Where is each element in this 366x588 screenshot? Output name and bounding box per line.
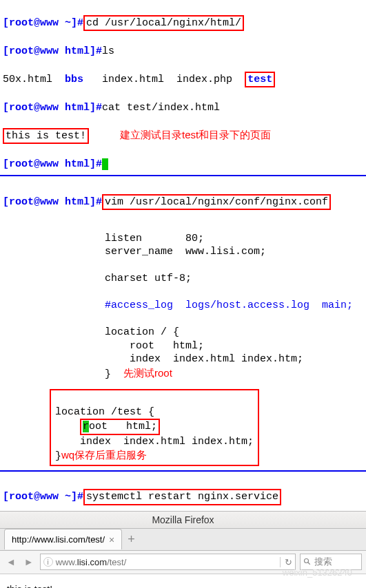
back-button[interactable]: ◄ — [4, 556, 18, 567]
firefox-titlebar: Mozilla Firefox — [0, 511, 366, 529]
terminal-block-3: [root@www ~]#systemctl restart nginx.ser… — [0, 474, 366, 507]
annotation: 先测试root — [123, 367, 172, 379]
reload-button[interactable]: ↻ — [280, 557, 292, 567]
divider — [0, 470, 366, 472]
cmd-vim: vim /usr/local/nginx/conf/nginx.conf — [102, 194, 331, 211]
ls-file: index.html — [102, 74, 164, 85]
page-body-text: this is test! — [7, 584, 52, 589]
url-text: www.lisi.com/test/ — [56, 557, 280, 567]
conf-line: location /test { — [55, 406, 154, 418]
tab-title: http://www.lisi.com/test/ — [12, 534, 105, 545]
conf-line: root html; — [55, 340, 204, 352]
svg-line-1 — [308, 563, 310, 565]
conf-line: charset utf-8; — [55, 273, 192, 284]
ls-dir-test: test — [245, 72, 275, 88]
prompt: [root@www html]# — [3, 102, 102, 114]
ls-file: 50x.html — [3, 74, 52, 85]
nginx-conf: listen 80; server_name www.lisi.com; cha… — [0, 218, 366, 381]
url-bar[interactable]: i www.lisi.com/test/ ↻ — [40, 554, 296, 570]
terminal-block-2: [root@www html]#vim /usr/local/nginx/con… — [0, 179, 366, 211]
search-placeholder: 搜索 — [314, 556, 332, 568]
conf-line: location / { — [55, 326, 179, 338]
window-title: Mozilla Firefox — [152, 514, 214, 525]
conf-comment: #access_log logs/host.access.log main; — [55, 300, 353, 311]
root-directive-box: root html; — [80, 419, 160, 435]
cat-output: this is test! — [3, 128, 89, 145]
conf-line: index index.html index.htm; — [55, 436, 254, 448]
svg-point-0 — [305, 559, 309, 563]
new-tab-button[interactable]: + — [122, 532, 141, 547]
prompt: [root@www html]# — [3, 158, 102, 170]
prompt: [root@www ~]# — [3, 17, 83, 29]
cmd-ls: ls — [102, 45, 114, 57]
conf-line: listen 80; — [55, 233, 204, 244]
ls-file: index.php — [176, 74, 232, 85]
cursor-icon: r — [83, 421, 89, 432]
conf-line: } — [55, 450, 61, 462]
divider — [0, 175, 366, 176]
annotation: wq保存后重启服务 — [61, 449, 147, 461]
forward-button[interactable]: ► — [22, 556, 36, 567]
search-icon — [303, 558, 312, 566]
close-icon[interactable]: × — [109, 534, 114, 545]
location-test-block: location /test { root html; index index.… — [50, 389, 259, 466]
conf-line: server_name www.lisi.com; — [55, 246, 266, 258]
prompt: [root@www ~]# — [3, 491, 83, 503]
cursor-icon — [102, 158, 108, 170]
browser-tab[interactable]: http://www.lisi.com/test/ × — [4, 529, 122, 549]
conf-line: index index.html index.htm; — [55, 353, 303, 365]
cmd-systemctl: systemctl restart nginx.service — [83, 489, 281, 505]
annotation: 建立测试目录test和目录下的页面 — [120, 129, 271, 140]
firefox-tab-bar: http://www.lisi.com/test/ × + — [0, 529, 366, 551]
cmd-cd: cd /usr/local/nginx/html/ — [83, 15, 244, 32]
watermark: weixin_51326240 — [283, 567, 352, 578]
prompt: [root@www html]# — [3, 196, 102, 208]
ls-dir: bbs — [65, 74, 83, 85]
site-info-icon[interactable]: i — [43, 557, 53, 567]
cmd-cat: cat test/index.html — [102, 102, 220, 114]
terminal-block-1: [root@www ~]#cd /usr/local/nginx/html/ [… — [0, 0, 366, 172]
conf-line: } — [55, 368, 111, 380]
prompt: [root@www html]# — [3, 45, 102, 57]
